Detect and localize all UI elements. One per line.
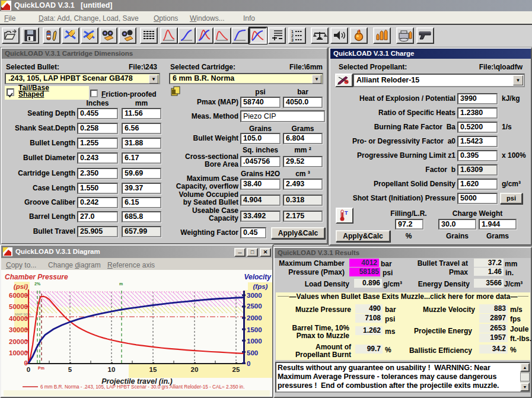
svg-text:30000: 30000	[9, 326, 28, 333]
svg-text:(psi): (psi)	[14, 283, 28, 290]
svg-text:10: 10	[108, 366, 116, 373]
svg-text:3: 3	[291, 38, 294, 42]
svg-text:m: m	[119, 282, 123, 286]
svg-text:2%: 2%	[34, 282, 41, 286]
svg-text:1500: 1500	[247, 326, 262, 333]
svg-text:15: 15	[149, 366, 157, 373]
svg-text:2000: 2000	[247, 314, 262, 321]
svg-text:2500: 2500	[247, 303, 262, 310]
svg-text:1: 1	[291, 30, 294, 34]
svg-text:0: 0	[27, 366, 30, 373]
svg-text:Velocity: Velocity	[244, 273, 272, 281]
svg-text:1000: 1000	[247, 337, 262, 345]
svg-text:500: 500	[247, 349, 258, 356]
svg-text:2: 2	[291, 34, 294, 38]
svg-text:10000: 10000	[9, 349, 28, 356]
svg-text:6 mm B.R. Norma - .243, 105, L: 6 mm B.R. Norma - .243, 105, LAP HPBT Sc…	[40, 384, 244, 390]
svg-text:20: 20	[191, 366, 199, 373]
svg-text:Chamber Pressure: Chamber Pressure	[5, 273, 68, 281]
svg-text:5: 5	[68, 366, 72, 373]
svg-text:T: T	[345, 210, 348, 216]
svg-text:3000: 3000	[247, 292, 262, 299]
svg-text:Pm: Pm	[38, 366, 44, 370]
svg-text:60000: 60000	[9, 292, 28, 299]
svg-text:(fps): (fps)	[253, 283, 268, 290]
svg-text:25: 25	[232, 366, 240, 373]
svg-text:40000: 40000	[9, 315, 28, 322]
svg-text:0: 0	[247, 360, 250, 367]
svg-text:50000: 50000	[9, 303, 28, 310]
svg-text:20000: 20000	[9, 338, 28, 345]
